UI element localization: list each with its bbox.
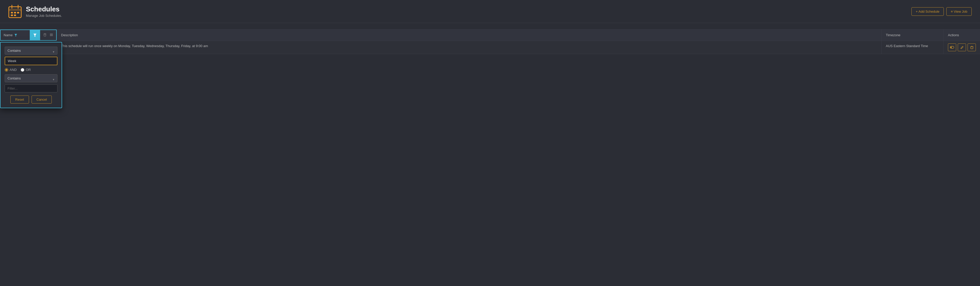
description-col-label: Description — [61, 33, 877, 37]
actions-col-label: Actions — [948, 33, 976, 37]
cell-description: This schedule will run once weekly on Mo… — [57, 41, 882, 54]
toggle-button[interactable] — [948, 43, 956, 51]
filter-condition1-select[interactable]: Contains Equals Starts With Ends With — [5, 46, 57, 55]
name-col-wrapper: Name — [0, 30, 57, 41]
svg-marker-10 — [33, 33, 37, 37]
col-header-timezone: Timezone — [882, 30, 944, 41]
or-radio-label[interactable]: OR — [21, 68, 31, 72]
col-header-actions: Actions — [944, 30, 980, 41]
page-subtitle: Manage Job Schedules. — [26, 14, 62, 17]
svg-rect-11 — [44, 34, 46, 36]
toggle-icon — [950, 46, 954, 49]
filter-funnel-icon — [14, 33, 18, 37]
and-radio[interactable] — [5, 68, 8, 72]
filter-value2-input[interactable] — [5, 84, 57, 92]
svg-rect-4 — [11, 12, 13, 13]
filter-condition2-wrapper: Contains Equals Starts With Ends With — [5, 74, 57, 84]
view-job-button[interactable]: ≡ View Job — [947, 7, 972, 16]
header-actions: + Add Schedule ≡ View Job — [912, 7, 972, 16]
or-radio[interactable] — [21, 68, 24, 72]
svg-rect-23 — [971, 46, 973, 49]
table-row: Recurring Weekly Ru... This schedule wil… — [0, 41, 980, 54]
col-header-description: Description — [57, 30, 882, 41]
col-header-name: Name — [0, 30, 57, 41]
add-schedule-button[interactable]: + Add Schedule — [912, 7, 944, 16]
svg-rect-5 — [14, 12, 16, 13]
filter-cancel-button[interactable]: Cancel — [32, 95, 52, 103]
filter-condition2-select[interactable]: Contains Equals Starts With Ends With — [5, 74, 57, 82]
name-label-part: Name — [0, 30, 30, 40]
filter-popup: Contains Equals Starts With Ends With AN… — [0, 42, 62, 108]
col-header-icons — [40, 30, 56, 40]
cell-timezone: AUS Eastern Standard Time — [882, 41, 944, 54]
filter-condition1-wrapper: Contains Equals Starts With Ends With — [5, 46, 57, 57]
active-filter-button[interactable] — [30, 30, 40, 40]
svg-rect-8 — [14, 14, 16, 16]
cell-actions — [944, 41, 980, 54]
table-header: Name — [0, 29, 980, 41]
filter-value1-input[interactable] — [5, 57, 57, 65]
edit-icon — [960, 46, 964, 49]
svg-rect-1 — [9, 9, 21, 11]
header-left: Schedules Manage Job Schedules. — [8, 5, 62, 18]
filter-active-icon — [33, 33, 37, 37]
svg-rect-6 — [17, 12, 19, 13]
delete-icon — [970, 46, 974, 49]
schedules-table: Name — [0, 29, 980, 54]
trash-col-icon — [43, 33, 46, 37]
filter-reset-button[interactable]: Reset — [10, 95, 29, 103]
hamburger-col-icon — [50, 33, 53, 37]
calendar-icon — [8, 5, 22, 18]
timezone-col-label: Timezone — [886, 33, 939, 37]
filter-action-buttons: Reset Cancel — [5, 95, 57, 103]
svg-point-22 — [950, 47, 952, 48]
svg-marker-9 — [14, 34, 17, 37]
delete-col-icon-button[interactable] — [42, 32, 48, 38]
edit-button[interactable] — [958, 43, 966, 51]
menu-col-icon-button[interactable] — [49, 32, 54, 38]
page-title: Schedules — [26, 5, 62, 13]
delete-button[interactable] — [967, 43, 976, 51]
and-radio-label[interactable]: AND — [5, 68, 17, 72]
header-title-block: Schedules Manage Job Schedules. — [26, 5, 62, 17]
svg-rect-7 — [11, 14, 13, 16]
filter-logic: AND OR — [5, 68, 57, 72]
main-content: Name — [0, 23, 980, 54]
name-col-label: Name — [4, 33, 18, 37]
page-header: Schedules Manage Job Schedules. + Add Sc… — [0, 0, 980, 23]
